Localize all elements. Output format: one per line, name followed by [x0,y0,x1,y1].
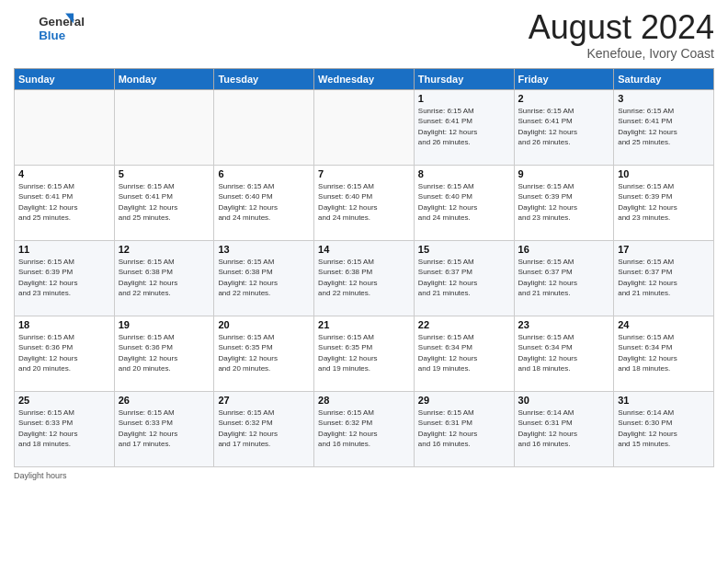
day-header-tuesday: Tuesday [214,68,314,89]
day-cell: 4Sunrise: 6:15 AM Sunset: 6:41 PM Daylig… [15,165,115,240]
day-info: Sunrise: 6:15 AM Sunset: 6:39 PM Dayligh… [18,257,110,299]
day-info: Sunrise: 6:15 AM Sunset: 6:34 PM Dayligh… [618,332,710,374]
day-cell: 7Sunrise: 6:15 AM Sunset: 6:40 PM Daylig… [314,165,415,240]
day-number: 10 [618,168,710,179]
day-cell: 1Sunrise: 6:15 AM Sunset: 6:41 PM Daylig… [414,89,514,165]
week-row-2: 4Sunrise: 6:15 AM Sunset: 6:41 PM Daylig… [15,165,714,240]
day-cell: 30Sunrise: 6:14 AM Sunset: 6:31 PM Dayli… [514,391,614,466]
day-number: 6 [218,168,310,179]
day-number: 31 [618,395,710,406]
day-header-wednesday: Wednesday [314,68,415,89]
day-number: 17 [618,244,710,255]
day-header-friday: Friday [514,68,614,89]
day-info: Sunrise: 6:15 AM Sunset: 6:40 PM Dayligh… [418,181,510,224]
day-info: Sunrise: 6:15 AM Sunset: 6:41 PM Dayligh… [618,106,710,148]
month-title: August 2024 [529,9,714,46]
svg-text:Blue: Blue [39,29,65,42]
day-number: 23 [518,319,610,330]
day-header-thursday: Thursday [414,68,514,89]
day-cell: 6Sunrise: 6:15 AM Sunset: 6:40 PM Daylig… [214,165,314,240]
day-cell: 26Sunrise: 6:15 AM Sunset: 6:33 PM Dayli… [114,391,214,466]
day-number: 22 [418,319,510,330]
day-number: 27 [218,395,310,406]
day-number: 7 [318,168,410,179]
day-cell: 21Sunrise: 6:15 AM Sunset: 6:35 PM Dayli… [314,316,415,391]
footer-note: Daylight hours [14,471,714,480]
day-number: 26 [119,395,210,406]
day-info: Sunrise: 6:14 AM Sunset: 6:31 PM Dayligh… [518,408,610,450]
day-cell: 29Sunrise: 6:15 AM Sunset: 6:31 PM Dayli… [414,391,514,466]
day-cell: 19Sunrise: 6:15 AM Sunset: 6:36 PM Dayli… [114,316,214,391]
day-cell: 18Sunrise: 6:15 AM Sunset: 6:36 PM Dayli… [15,316,115,391]
day-header-sunday: Sunday [15,68,115,89]
day-info: Sunrise: 6:15 AM Sunset: 6:37 PM Dayligh… [518,257,610,299]
day-cell: 17Sunrise: 6:15 AM Sunset: 6:37 PM Dayli… [614,240,714,316]
day-info: Sunrise: 6:15 AM Sunset: 6:40 PM Dayligh… [318,181,410,224]
day-cell: 5Sunrise: 6:15 AM Sunset: 6:41 PM Daylig… [114,165,214,240]
day-cell: 13Sunrise: 6:15 AM Sunset: 6:38 PM Dayli… [214,240,314,316]
day-info: Sunrise: 6:15 AM Sunset: 6:32 PM Dayligh… [318,408,410,450]
day-header-monday: Monday [114,68,214,89]
day-info: Sunrise: 6:15 AM Sunset: 6:33 PM Dayligh… [119,408,210,450]
day-number: 20 [218,319,310,330]
day-cell: 14Sunrise: 6:15 AM Sunset: 6:38 PM Dayli… [314,240,415,316]
day-info: Sunrise: 6:15 AM Sunset: 6:34 PM Dayligh… [418,332,510,374]
day-info: Sunrise: 6:15 AM Sunset: 6:36 PM Dayligh… [18,332,110,374]
day-number: 28 [318,395,410,406]
day-cell: 16Sunrise: 6:15 AM Sunset: 6:37 PM Dayli… [514,240,614,316]
day-cell: 8Sunrise: 6:15 AM Sunset: 6:40 PM Daylig… [414,165,514,240]
day-cell: 20Sunrise: 6:15 AM Sunset: 6:35 PM Dayli… [214,316,314,391]
week-row-3: 11Sunrise: 6:15 AM Sunset: 6:39 PM Dayli… [15,240,714,316]
day-number: 2 [518,93,610,104]
day-info: Sunrise: 6:14 AM Sunset: 6:30 PM Dayligh… [618,408,710,450]
day-cell: 3Sunrise: 6:15 AM Sunset: 6:41 PM Daylig… [614,89,714,165]
day-number: 5 [119,168,210,179]
day-cell: 31Sunrise: 6:14 AM Sunset: 6:30 PM Dayli… [614,391,714,466]
day-cell: 28Sunrise: 6:15 AM Sunset: 6:32 PM Dayli… [314,391,415,466]
day-info: Sunrise: 6:15 AM Sunset: 6:35 PM Dayligh… [218,332,310,374]
day-info: Sunrise: 6:15 AM Sunset: 6:39 PM Dayligh… [518,181,610,224]
day-number: 1 [418,93,510,104]
day-info: Sunrise: 6:15 AM Sunset: 6:38 PM Dayligh… [119,257,210,299]
day-cell: 9Sunrise: 6:15 AM Sunset: 6:39 PM Daylig… [514,165,614,240]
day-number: 30 [518,395,610,406]
day-info: Sunrise: 6:15 AM Sunset: 6:39 PM Dayligh… [618,181,710,224]
day-cell: 11Sunrise: 6:15 AM Sunset: 6:39 PM Dayli… [15,240,115,316]
day-number: 3 [618,93,710,104]
day-info: Sunrise: 6:15 AM Sunset: 6:38 PM Dayligh… [318,257,410,299]
day-number: 4 [18,168,110,179]
day-number: 12 [119,244,210,255]
day-info: Sunrise: 6:15 AM Sunset: 6:40 PM Dayligh… [218,181,310,224]
svg-text:General: General [39,15,85,29]
day-cell: 23Sunrise: 6:15 AM Sunset: 6:34 PM Dayli… [514,316,614,391]
day-cell [114,89,214,165]
day-number: 15 [418,244,510,255]
day-header-row: SundayMondayTuesdayWednesdayThursdayFrid… [15,68,714,89]
day-info: Sunrise: 6:15 AM Sunset: 6:41 PM Dayligh… [119,181,210,224]
day-cell: 15Sunrise: 6:15 AM Sunset: 6:37 PM Dayli… [414,240,514,316]
day-cell [314,89,415,165]
day-cell [15,89,115,165]
day-header-saturday: Saturday [614,68,714,89]
week-row-4: 18Sunrise: 6:15 AM Sunset: 6:36 PM Dayli… [15,316,714,391]
day-number: 13 [218,244,310,255]
week-row-1: 1Sunrise: 6:15 AM Sunset: 6:41 PM Daylig… [15,89,714,165]
day-cell: 24Sunrise: 6:15 AM Sunset: 6:34 PM Dayli… [614,316,714,391]
day-cell [214,89,314,165]
day-info: Sunrise: 6:15 AM Sunset: 6:36 PM Dayligh… [119,332,210,374]
location: Kenefoue, Ivory Coast [529,46,714,61]
calendar-table: SundayMondayTuesdayWednesdayThursdayFrid… [14,68,714,467]
day-number: 16 [518,244,610,255]
day-cell: 22Sunrise: 6:15 AM Sunset: 6:34 PM Dayli… [414,316,514,391]
day-info: Sunrise: 6:15 AM Sunset: 6:34 PM Dayligh… [518,332,610,374]
day-info: Sunrise: 6:15 AM Sunset: 6:41 PM Dayligh… [518,106,610,148]
day-info: Sunrise: 6:15 AM Sunset: 6:35 PM Dayligh… [318,332,410,374]
day-info: Sunrise: 6:15 AM Sunset: 6:41 PM Dayligh… [418,106,510,148]
day-number: 24 [618,319,710,330]
day-number: 11 [18,244,110,255]
day-number: 21 [318,319,410,330]
day-info: Sunrise: 6:15 AM Sunset: 6:41 PM Dayligh… [18,181,110,224]
title-block: August 2024 Kenefoue, Ivory Coast [529,9,714,61]
day-number: 18 [18,319,110,330]
day-info: Sunrise: 6:15 AM Sunset: 6:37 PM Dayligh… [618,257,710,299]
